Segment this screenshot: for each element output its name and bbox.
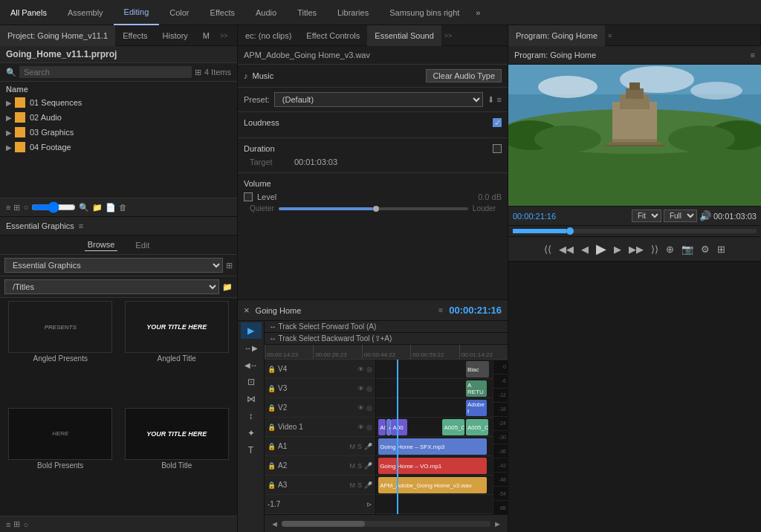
v2-eye[interactable]: 👁 bbox=[357, 404, 364, 412]
tree-item-graphics[interactable]: ▶ 03 Graphics bbox=[0, 125, 237, 140]
clip-v1-a005-c2[interactable]: A005_C bbox=[466, 419, 488, 435]
tab-effect-controls[interactable]: Effect Controls bbox=[299, 25, 367, 46]
tab-m[interactable]: M bbox=[195, 25, 217, 46]
step-frame-forward-button[interactable]: ▶ bbox=[612, 243, 624, 256]
program-fit-dropdown[interactable]: Fit bbox=[632, 210, 661, 222]
lock-icon-v4[interactable]: 🔒 bbox=[268, 366, 276, 373]
timeline-scroll-left[interactable]: ◄ bbox=[271, 519, 279, 528]
eg-new-icon[interactable]: ⊞ bbox=[226, 261, 233, 270]
eg-menu-icon[interactable]: ≡ bbox=[79, 221, 83, 230]
export-frame-button[interactable]: 📷 bbox=[679, 243, 696, 256]
a2-mic[interactable]: 🎤 bbox=[364, 462, 372, 470]
project-search-input[interactable] bbox=[19, 66, 192, 78]
eg-item-bold-title[interactable]: YOUR TITLE HERE Bold Title bbox=[120, 408, 235, 513]
eg-item-angled-title[interactable]: YOUR TITLE HERE Angled Title bbox=[120, 301, 235, 406]
lock-icon-v1[interactable]: 🔒 bbox=[268, 424, 276, 431]
program-menu-icon[interactable]: ≡ bbox=[608, 32, 612, 39]
project-zoom-slider[interactable] bbox=[31, 201, 76, 213]
tool-track-select-backward[interactable]: ◀↔ bbox=[241, 357, 262, 373]
eg-item-bold-presents[interactable]: HERE Bold Presents bbox=[3, 408, 118, 513]
eg-toolbar-slider[interactable]: ○ bbox=[23, 520, 28, 529]
go-to-out-button[interactable]: ⟩⟩ bbox=[649, 243, 661, 256]
nav-assembly[interactable]: Assembly bbox=[57, 0, 114, 25]
nav-audio[interactable]: Audio bbox=[245, 0, 287, 25]
a1-m[interactable]: M bbox=[349, 443, 355, 450]
v4-target[interactable]: ◎ bbox=[366, 366, 372, 373]
tool-select[interactable]: ▶ bbox=[241, 322, 262, 339]
program-full-dropdown[interactable]: Full bbox=[664, 210, 697, 222]
clip-v1-a003[interactable]: A003 bbox=[386, 419, 391, 435]
program-scrubber[interactable] bbox=[513, 229, 757, 233]
play-stop-button[interactable]: ▶ bbox=[594, 240, 609, 258]
nav-color[interactable]: Color bbox=[159, 0, 199, 25]
tool-track-select-forward[interactable]: ↔▶ bbox=[241, 340, 262, 356]
v2-target[interactable]: ◎ bbox=[366, 404, 372, 412]
tree-item-footage[interactable]: ▶ 04 Footage bbox=[0, 140, 237, 155]
tool-ripple-edit[interactable]: ⊡ bbox=[241, 374, 262, 390]
nav-effects[interactable]: Effects bbox=[200, 0, 245, 25]
clip-v1-a00[interactable]: A00 bbox=[391, 419, 407, 435]
clip-a3-apm[interactable]: APM_Adobe_Going Home_v3.wav bbox=[378, 477, 487, 493]
tree-item-sequences[interactable]: ▶ 01 Sequences bbox=[0, 95, 237, 110]
timeline-close-button[interactable]: × bbox=[244, 305, 250, 316]
expand-button[interactable]: ⊞ bbox=[715, 243, 728, 256]
project-toolbar-new-item[interactable]: 📄 bbox=[106, 203, 116, 213]
project-toolbar-new-folder[interactable]: 📁 bbox=[92, 203, 103, 213]
v3-eye[interactable]: 👁 bbox=[357, 385, 364, 392]
clip-a1-sfx[interactable]: Going Home – SFX.mp3 bbox=[378, 438, 487, 455]
nav-more-icon[interactable]: » bbox=[470, 8, 486, 17]
clear-audio-type-button[interactable]: Clear Audio Type bbox=[426, 69, 502, 82]
tool-type[interactable]: T bbox=[241, 442, 262, 458]
a3-mic[interactable]: 🎤 bbox=[364, 481, 372, 489]
clip-v1-a005-c1[interactable]: A005_C bbox=[442, 419, 464, 435]
project-toolbar-list[interactable]: ≡ bbox=[6, 203, 10, 212]
nav-editing[interactable]: Editing bbox=[114, 0, 160, 25]
tool-pen[interactable]: ✦ bbox=[241, 425, 262, 441]
timeline-timecode[interactable]: 00:00:21:16 bbox=[449, 305, 502, 316]
timeline-scroll-thumb[interactable] bbox=[282, 521, 365, 527]
a2-m[interactable]: M bbox=[349, 462, 355, 470]
program-current-time[interactable]: 00:00:21:16 bbox=[513, 212, 629, 221]
tool-rolling-edit[interactable]: ⋈ bbox=[241, 391, 262, 407]
volume-checkbox[interactable] bbox=[244, 192, 253, 201]
panel-center-more[interactable]: >> bbox=[444, 32, 453, 39]
lock-icon-a3[interactable]: 🔒 bbox=[268, 481, 276, 489]
add-marker-button[interactable]: ⊕ bbox=[664, 243, 676, 256]
preset-menu-icon[interactable]: ≡ bbox=[497, 95, 502, 105]
project-toolbar-slider[interactable]: ○ bbox=[23, 203, 28, 212]
lock-icon-a1[interactable]: 🔒 bbox=[268, 443, 276, 450]
eg-item-angled-presents[interactable]: PRESENTS Angled Presents bbox=[3, 301, 118, 406]
nav-libraries[interactable]: Libraries bbox=[327, 0, 379, 25]
timeline-menu-icon[interactable]: ≡ bbox=[438, 306, 443, 314]
eg-toolbar-icon1[interactable]: ≡ bbox=[6, 520, 10, 529]
preset-dropdown[interactable]: (Default) bbox=[274, 92, 483, 107]
clip-v3-return[interactable]: A RETU bbox=[466, 380, 487, 397]
a1-mic[interactable]: 🎤 bbox=[364, 443, 372, 450]
project-toolbar-delete[interactable]: 🗑 bbox=[119, 203, 127, 212]
settings-button[interactable]: ⚙ bbox=[699, 243, 712, 256]
tab-effects[interactable]: Effects bbox=[115, 25, 155, 46]
tab-program[interactable]: Program: Going Home bbox=[508, 25, 605, 46]
timeline-scroll-right[interactable]: ► bbox=[493, 519, 502, 528]
project-toolbar-icon[interactable]: ⊞ bbox=[13, 203, 20, 213]
v1-eye[interactable]: 👁 bbox=[357, 424, 364, 431]
lock-icon-a2[interactable]: 🔒 bbox=[268, 462, 276, 470]
master-icon[interactable]: ⊳ bbox=[366, 501, 372, 508]
nav-all-panels[interactable]: All Panels bbox=[0, 0, 57, 25]
eg-tab-edit[interactable]: Edit bbox=[132, 239, 152, 251]
a2-s[interactable]: S bbox=[357, 462, 362, 470]
step-forward-button[interactable]: ▶▶ bbox=[626, 243, 646, 256]
eg-main-dropdown[interactable]: Essential Graphics bbox=[4, 258, 223, 273]
program-menu-icon[interactable]: ≡ bbox=[751, 51, 755, 59]
a3-s[interactable]: S bbox=[357, 481, 362, 489]
go-to-in-button[interactable]: ⟨⟨ bbox=[542, 243, 554, 256]
loudness-checkbox[interactable]: ✓ bbox=[493, 118, 502, 127]
step-frame-back-button[interactable]: ◀ bbox=[579, 243, 591, 256]
v4-eye[interactable]: 👁 bbox=[357, 366, 364, 373]
eg-path-dropdown[interactable]: /Titles bbox=[4, 279, 219, 294]
eg-folder-icon[interactable]: 📁 bbox=[222, 282, 233, 292]
eg-toolbar-icon2[interactable]: ⊞ bbox=[13, 519, 20, 529]
project-toolbar-search[interactable]: 🔍 bbox=[79, 203, 89, 213]
lock-icon-v2[interactable]: 🔒 bbox=[268, 404, 276, 412]
a3-m[interactable]: M bbox=[349, 481, 355, 489]
